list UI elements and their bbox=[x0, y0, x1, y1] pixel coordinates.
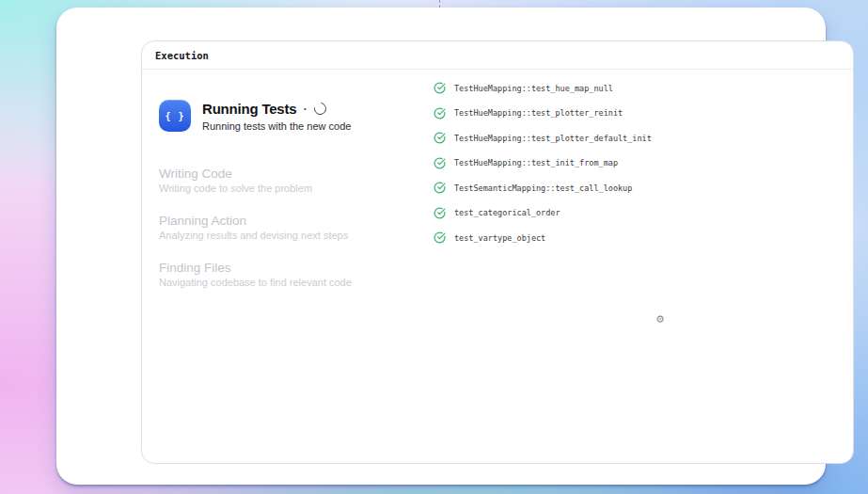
check-circle-icon bbox=[434, 207, 446, 219]
test-name: TestHueMapping::test_init_from_map bbox=[454, 158, 618, 167]
test-name: TestHueMapping::test_hue_map_null bbox=[454, 84, 613, 93]
check-circle-icon bbox=[434, 182, 446, 194]
execution-panel: Execution { } Running Tests · Running te… bbox=[141, 40, 854, 464]
spinner-icon bbox=[311, 100, 328, 117]
panel-title: Execution bbox=[142, 41, 853, 70]
test-name: TestSemanticMapping::test_call_lookup bbox=[454, 183, 632, 193]
test-name: TestHueMapping::test_plotter_default_ini… bbox=[454, 134, 652, 143]
braces-icon: { } bbox=[159, 100, 191, 132]
step-title: Finding Files bbox=[159, 261, 434, 276]
check-circle-icon bbox=[434, 157, 446, 169]
desktop-background: Execution { } Running Tests · Running te… bbox=[0, 0, 868, 494]
check-circle-icon bbox=[434, 82, 446, 94]
step-finding-files: Finding Files Navigating codebase to fin… bbox=[159, 261, 434, 290]
step-writing-code: Writing Code Writing code to solve the p… bbox=[159, 167, 434, 196]
test-row: TestHueMapping::test_plotter_reinit bbox=[434, 107, 838, 120]
test-row: TestHueMapping::test_plotter_default_ini… bbox=[434, 132, 838, 145]
active-step-text: Running Tests · Running tests with the n… bbox=[202, 100, 351, 132]
active-step-running-tests: { } Running Tests · Running tests with t… bbox=[159, 100, 434, 132]
test-name: test_categorical_order bbox=[454, 208, 560, 217]
test-row: test_vartype_object bbox=[434, 231, 838, 245]
check-circle-icon bbox=[434, 132, 446, 144]
test-results-list: TestHueMapping::test_hue_map_null TestHu… bbox=[434, 82, 838, 257]
app-window: Execution { } Running Tests · Running te… bbox=[56, 8, 826, 485]
test-row: TestHueMapping::test_init_from_map bbox=[434, 157, 838, 170]
pending-steps-list: Writing Code Writing code to solve the p… bbox=[159, 167, 434, 290]
test-name: test_vartype_object bbox=[454, 233, 545, 243]
test-row: test_categorical_order bbox=[434, 207, 838, 220]
step-description: Navigating codebase to find relevant cod… bbox=[159, 276, 434, 290]
check-circle-icon bbox=[434, 107, 446, 120]
title-separator-dot: · bbox=[303, 102, 307, 116]
test-row: TestHueMapping::test_hue_map_null bbox=[434, 82, 838, 95]
gear-cursor-icon: ⚙ bbox=[655, 313, 665, 326]
step-title: Writing Code bbox=[159, 167, 434, 182]
check-circle-icon bbox=[434, 231, 446, 244]
step-description: Writing code to solve the problem bbox=[159, 182, 434, 196]
steps-column: { } Running Tests · Running tests with t… bbox=[159, 100, 434, 308]
active-step-description: Running tests with the new code bbox=[202, 120, 351, 132]
step-title: Planning Action bbox=[159, 214, 434, 229]
step-description: Analyzing results and devising next step… bbox=[159, 229, 434, 243]
test-name: TestHueMapping::test_plotter_reinit bbox=[454, 108, 623, 118]
test-row: TestSemanticMapping::test_call_lookup bbox=[434, 182, 838, 195]
active-step-title: Running Tests bbox=[202, 101, 296, 117]
step-planning-action: Planning Action Analyzing results and de… bbox=[159, 214, 434, 243]
